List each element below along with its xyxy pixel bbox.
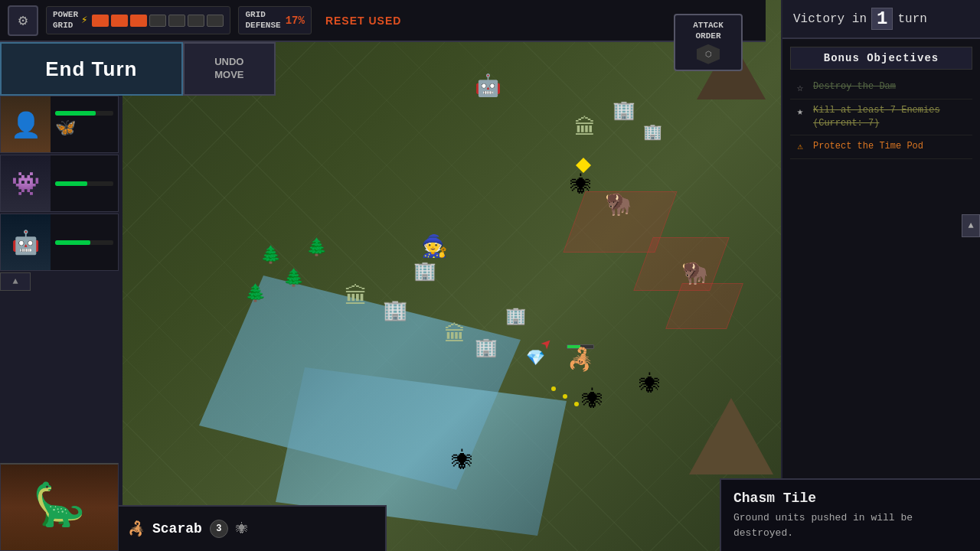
tree-4: 🌲 — [245, 283, 266, 304]
spider-3[interactable]: 🕷 — [452, 452, 473, 473]
unit-ability-icon-1: 🦋 — [55, 118, 113, 139]
mountain-4 — [689, 398, 773, 474]
game-canvas: 🌲 🌲 🌲 🌲 🏛 🏢 🏢 🏛 🏢 🏢 🏛 🏢 🏢 🤖 🕷 🕷 🕷 � — [0, 0, 980, 551]
unit-portrait-icon-2: 👾 — [11, 170, 40, 198]
power-bar-1 — [92, 15, 109, 27]
unit-portrait-3: 🤖 — [1, 214, 51, 271]
building-6: 🏢 — [505, 306, 526, 327]
building-1: 🏛 — [345, 283, 368, 311]
enemy-robot-sprite: 🤖 — [475, 77, 501, 98]
scarab-icon: 🦂 — [128, 520, 145, 537]
unit-health-bar-2 — [55, 181, 113, 186]
objective-star-2: ★ — [793, 104, 807, 118]
victory-suffix: turn — [897, 12, 926, 26]
spider-2[interactable]: 🕷 — [582, 390, 603, 412]
tree-2: 🌲 — [283, 268, 304, 289]
unit-info-3 — [51, 214, 118, 270]
top-bar: POWER GRID ⚡ GRID DEFENSE 17% RESET USED — [0, 0, 766, 42]
victory-number: 1 — [871, 8, 893, 30]
unit-panel: 👤 🦋 👾 — [0, 96, 119, 272]
unit-info-2 — [51, 155, 118, 211]
power-grid-section: POWER GRID ⚡ — [46, 6, 230, 34]
enemy-creature-1[interactable]: 🦬 — [605, 195, 632, 217]
building-4: 🏛 — [444, 321, 466, 347]
objective-item-2: ★ Kill at least 7 Enemies (Current: 7) — [790, 99, 972, 135]
building-2: 🏢 — [383, 298, 407, 323]
spider-1[interactable]: 🕷 — [570, 176, 592, 197]
warrior-sprite: 🧙 — [421, 237, 448, 259]
path-dot-2 — [563, 394, 567, 399]
unit-card-2[interactable]: 👾 — [0, 155, 119, 212]
power-bar-3 — [130, 15, 147, 27]
unit-portrait-bg-2: 👾 — [1, 155, 51, 212]
unit-portrait-bg-1: 👤 — [1, 96, 51, 153]
enemy-creature-2-sprite: 🦬 — [681, 264, 708, 285]
gem-collectible: 💎 — [526, 348, 545, 367]
objective-item-1: ☆ Destroy the Dam — [790, 76, 972, 99]
bottom-unit-bar: 🦂 Scarab 3 🕷 — [119, 505, 387, 551]
victory-text: Victory in 1 turn — [793, 8, 927, 30]
attack-order-icon: ⬡ — [697, 44, 720, 64]
power-bar-7 — [207, 15, 224, 27]
portrait-background: 🦕 — [1, 465, 118, 550]
victory-banner: Victory in 1 turn — [782, 0, 980, 39]
panel-expand-button[interactable]: ▲ — [0, 272, 31, 291]
building-8: 🏢 — [612, 99, 635, 122]
objective-star-1: ☆ — [793, 80, 807, 94]
bonus-objectives-title: Bonus Objectives — [790, 47, 972, 70]
unit-portrait-1: 👤 — [1, 96, 51, 153]
lightning-icon: ⚡ — [81, 14, 87, 27]
tree-1: 🌲 — [260, 245, 281, 266]
unit-health-fill-1 — [55, 111, 96, 116]
enemy-creature-2[interactable]: 🦬 — [681, 264, 708, 285]
chasm-info-panel: Chasm Tile Ground units pushed in will b… — [720, 478, 980, 551]
unit-portrait-2: 👾 — [1, 155, 51, 212]
objective-item-3: ⚠ Protect the Time Pod — [790, 135, 972, 159]
grid-defense-label: GRID DEFENSE — [245, 10, 280, 30]
building-7: 🏛 — [574, 115, 596, 141]
unit-card-1[interactable]: 👤 🦋 — [0, 96, 119, 153]
attack-order-label: ATTACK ORDER — [693, 21, 724, 41]
objective-text-1: Destroy the Dam — [813, 80, 969, 93]
objective-text-2: Kill at least 7 Enemies (Current: 7) — [813, 104, 969, 130]
unit-type-icon: 🕷 — [236, 522, 248, 536]
unit-portrait-icon-3: 🤖 — [11, 229, 40, 257]
unit-health-fill-3 — [55, 240, 90, 245]
building-5: 🏢 — [475, 337, 498, 359]
undo-move-button[interactable]: UNDO MOVE — [183, 42, 276, 96]
creature-portrait: 🦕 — [33, 487, 86, 529]
scroll-up-button[interactable]: ▲ — [962, 214, 980, 237]
unit-health-bar-1 — [55, 111, 113, 116]
unit-count-badge: 3 — [210, 520, 228, 538]
building-9: 🏢 — [643, 122, 662, 142]
building-3: 🏢 — [413, 260, 436, 282]
player-unit-scarab[interactable]: 🦂 — [567, 344, 594, 372]
power-bar-6 — [188, 15, 204, 27]
path-dot-1 — [551, 386, 556, 391]
scarab-sprite: 🦂 — [567, 350, 594, 372]
reset-used-button[interactable]: RESET USED — [319, 11, 407, 30]
enemy-creature-1-sprite: 🦬 — [605, 195, 632, 217]
scarab-hp-fill — [567, 345, 580, 348]
settings-button[interactable] — [8, 5, 38, 36]
end-turn-button[interactable]: End Turn — [0, 42, 183, 96]
objective-star-3: ⚠ — [793, 140, 807, 154]
bottom-portrait: 🦕 — [0, 463, 119, 551]
enemy-robot[interactable]: 🤖 — [475, 77, 501, 98]
spider-4[interactable]: 🕷 — [639, 375, 661, 396]
player-unit-warrior[interactable]: 🧙 — [421, 237, 448, 259]
power-bar-5 — [168, 15, 185, 27]
unit-card-3[interactable]: 🤖 — [0, 214, 119, 271]
right-panel: Victory in 1 turn Bonus Objectives ☆ Des… — [781, 0, 980, 551]
power-bar-4 — [149, 15, 166, 27]
grid-defense-pct: 17% — [286, 15, 305, 27]
tree-3: 🌲 — [306, 237, 327, 258]
unit-health-fill-2 — [55, 181, 87, 186]
unit-portrait-icon-1: 👤 — [11, 110, 41, 141]
path-dot-3 — [574, 402, 579, 406]
grid-defense-section: GRID DEFENSE 17% — [238, 6, 311, 34]
bonus-objectives: Bonus Objectives ☆ Destroy the Dam ★ Kil… — [782, 39, 980, 167]
attack-order-button[interactable]: ATTACK ORDER ⬡ — [674, 14, 743, 71]
unit-portrait-bg-3: 🤖 — [1, 214, 51, 271]
unit-health-bar-3 — [55, 240, 113, 245]
